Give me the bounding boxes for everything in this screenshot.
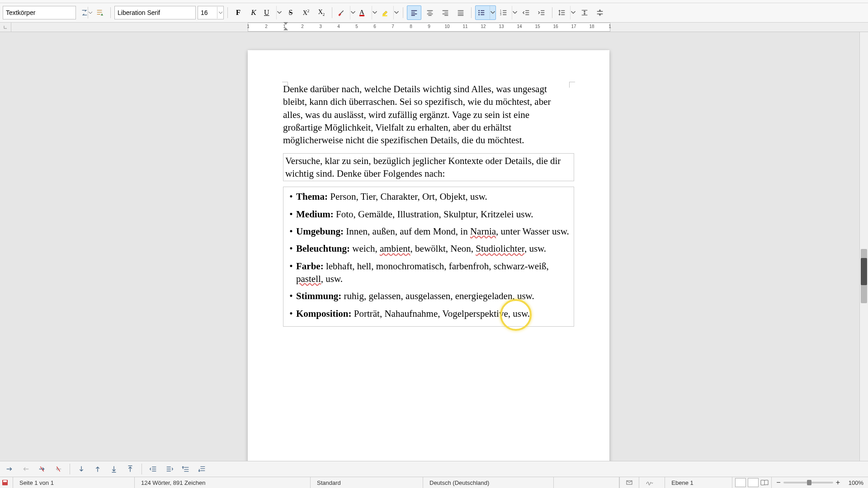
- font-size-dropdown[interactable]: [217, 7, 223, 19]
- up-double-button[interactable]: [123, 463, 137, 475]
- increase-spacing-button[interactable]: [578, 6, 591, 19]
- numbered-list-dropdown[interactable]: [512, 6, 518, 19]
- ruler-number: 4: [337, 24, 340, 29]
- move-down-list-button[interactable]: [195, 463, 209, 475]
- paragraph[interactable]: Versuche, klar zu sein, bezüglich jeglic…: [285, 155, 561, 179]
- font-name-input[interactable]: [115, 7, 199, 19]
- line-spacing-button[interactable]: [556, 6, 576, 19]
- back-arrow-button[interactable]: [19, 463, 33, 475]
- list-item[interactable]: •Stimmung: ruhig, gelassen, ausgelassen,…: [286, 290, 571, 302]
- italic-button[interactable]: K: [247, 6, 260, 19]
- list-item-text[interactable]: Umgebung: Innen, außen, auf dem Mond, in…: [296, 225, 571, 238]
- line-spacing-dropdown[interactable]: [570, 6, 576, 19]
- bullet-list-frame[interactable]: •Thema: Person, Tier, Charakter, Ort, Ob…: [283, 187, 574, 327]
- horizontal-ruler[interactable]: 121234567891011121314151617181: [248, 23, 610, 32]
- clear-formatting-button[interactable]: [336, 6, 356, 19]
- numbered-list-button[interactable]: 123: [498, 6, 518, 19]
- ruler-number: 14: [517, 24, 522, 29]
- down-double-button[interactable]: [107, 463, 121, 475]
- zoom-in-button[interactable]: +: [836, 479, 840, 487]
- align-left-button[interactable]: [407, 5, 421, 20]
- decrease-spacing-button[interactable]: [593, 6, 607, 19]
- forward-strike-button[interactable]: [35, 463, 49, 475]
- underline-button[interactable]: U: [262, 6, 282, 19]
- align-center-button[interactable]: [423, 6, 437, 19]
- page-style-cell[interactable]: Standard: [311, 477, 423, 488]
- up-arrow-button[interactable]: [91, 463, 104, 475]
- move-up-list-button[interactable]: [179, 463, 193, 475]
- book-view-button[interactable]: [760, 479, 769, 486]
- paragraph-frame[interactable]: Versuche, klar zu sein, bezüglich jeglic…: [283, 153, 574, 182]
- ruler-number: 5: [355, 24, 358, 29]
- separator: [110, 7, 111, 18]
- insert-mode-cell[interactable]: [619, 477, 639, 488]
- bold-button[interactable]: F: [231, 6, 245, 19]
- subscript-button[interactable]: X2: [315, 6, 328, 19]
- font-size-input[interactable]: [198, 7, 217, 19]
- list-item[interactable]: •Farbe: lebhaft, hell, monochromatisch, …: [286, 260, 571, 286]
- ruler-number: 12: [481, 24, 486, 29]
- list-item[interactable]: •Beleuchtung: weich, ambient, bewölkt, N…: [286, 242, 571, 255]
- list-item[interactable]: •Umgebung: Innen, außen, auf dem Mond, i…: [286, 225, 571, 238]
- forward-arrow-button[interactable]: [3, 463, 16, 475]
- page-count-cell[interactable]: Seite 1 von 1: [13, 477, 135, 488]
- font-color-dropdown[interactable]: [372, 6, 377, 19]
- list-item-text[interactable]: Medium: Foto, Gemälde, Illustration, Sku…: [296, 208, 571, 221]
- list-item[interactable]: •Thema: Person, Tier, Charakter, Ort, Ob…: [286, 190, 571, 203]
- paragraph-style-combo[interactable]: [3, 6, 76, 19]
- bullet-list-button[interactable]: [475, 5, 496, 20]
- bullet-icon: •: [286, 225, 296, 238]
- promote-button[interactable]: [146, 463, 160, 475]
- multi-page-view-button[interactable]: [748, 478, 759, 487]
- separator: [332, 7, 332, 18]
- indent-button[interactable]: [535, 6, 548, 19]
- font-name-combo[interactable]: [114, 6, 196, 19]
- outdent-button[interactable]: [519, 6, 533, 19]
- single-page-view-button[interactable]: [735, 478, 746, 487]
- page-content[interactable]: Denke darüber nach, welche Details wicht…: [283, 83, 574, 461]
- list-item-text[interactable]: Thema: Person, Tier, Charakter, Ort, Obj…: [296, 190, 571, 203]
- down-arrow-button[interactable]: [75, 463, 88, 475]
- scrollbar-thumb-inner[interactable]: [861, 258, 867, 285]
- paragraph[interactable]: Denke darüber nach, welche Details wicht…: [283, 83, 554, 147]
- ruler-number: 10: [444, 24, 449, 29]
- zoom-slider[interactable]: [783, 482, 833, 483]
- zoom-value[interactable]: 100%: [843, 479, 863, 486]
- underline-dropdown[interactable]: [276, 6, 282, 19]
- list-item[interactable]: •Medium: Foto, Gemälde, Illustration, Sk…: [286, 208, 571, 221]
- ruler-number: 13: [499, 24, 504, 29]
- align-right-button[interactable]: [439, 6, 452, 19]
- superscript-button[interactable]: X2: [299, 6, 313, 19]
- paragraph-style-input[interactable]: [3, 7, 88, 19]
- vertical-scrollbar[interactable]: [859, 32, 868, 461]
- list-item-text[interactable]: Stimmung: ruhig, gelassen, ausgelassen, …: [296, 290, 571, 302]
- font-size-combo[interactable]: [198, 6, 224, 19]
- back-strike-button[interactable]: [52, 463, 65, 475]
- new-style-button[interactable]: [93, 6, 107, 19]
- list-item-text[interactable]: Farbe: lebhaft, hell, monochromatisch, f…: [296, 260, 571, 286]
- list-item[interactable]: •Komposition: Porträt, Nahaufnahme, Voge…: [286, 307, 571, 320]
- clear-formatting-dropdown[interactable]: [350, 6, 356, 19]
- zoom-out-button[interactable]: −: [776, 479, 780, 487]
- separator: [552, 7, 552, 18]
- font-color-button[interactable]: A: [358, 6, 377, 19]
- ruler-number: 16: [553, 24, 558, 29]
- highlight-button[interactable]: [379, 6, 399, 19]
- align-justify-button[interactable]: [454, 6, 467, 19]
- update-style-button[interactable]: [78, 6, 91, 19]
- word-count-cell[interactable]: 124 Wörter, 891 Zeichen: [135, 477, 311, 488]
- save-indicator[interactable]: [0, 477, 13, 488]
- bullet-list-dropdown[interactable]: [490, 6, 495, 19]
- zoom-slider-knob[interactable]: [807, 480, 811, 485]
- list-item-text[interactable]: Beleuchtung: weich, ambient, bewölkt, Ne…: [296, 242, 571, 255]
- demote-button[interactable]: [163, 463, 176, 475]
- outline-level-cell[interactable]: Ebene 1: [665, 477, 732, 488]
- strikethrough-button[interactable]: S: [284, 6, 297, 19]
- language-cell[interactable]: Deutsch (Deutschland): [423, 477, 554, 488]
- list-item-text[interactable]: Komposition: Porträt, Nahaufnahme, Vogel…: [296, 307, 571, 320]
- page[interactable]: Denke darüber nach, welche Details wicht…: [248, 50, 609, 461]
- signature-cell[interactable]: [639, 477, 665, 488]
- highlight-dropdown[interactable]: [393, 6, 399, 19]
- svg-rect-9: [3, 480, 7, 482]
- truncated-top-toolbar: [0, 0, 868, 3]
